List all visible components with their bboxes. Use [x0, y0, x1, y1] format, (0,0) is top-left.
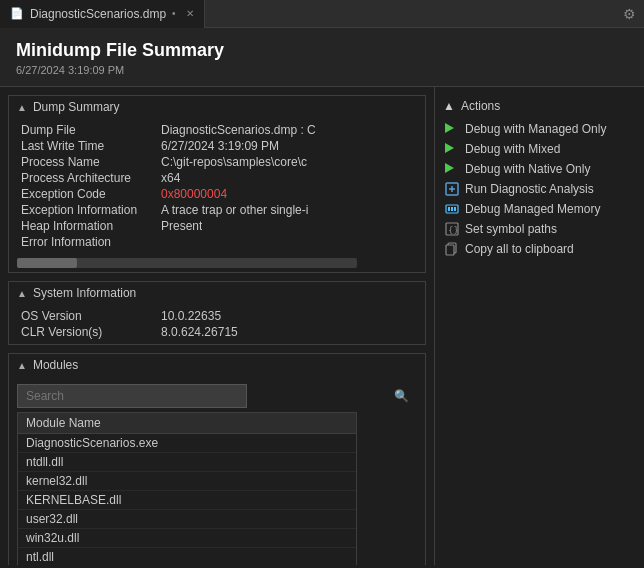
list-item[interactable]: user32.dll — [18, 510, 356, 529]
row-value: A trace trap or other single-i — [161, 203, 308, 217]
sysinfo-chevron-icon: ▲ — [17, 288, 27, 299]
play-icon — [445, 142, 459, 156]
actions-chevron-icon: ▲ — [443, 99, 455, 113]
row-label: Process Architecture — [21, 171, 161, 185]
row-value: 0x80000004 — [161, 187, 227, 201]
modules-chevron-icon: ▲ — [17, 360, 27, 371]
action-debug-managed-memory[interactable]: Debug Managed Memory — [435, 199, 644, 219]
row-label: OS Version — [21, 309, 161, 323]
row-label: Exception Information — [21, 203, 161, 217]
table-row: CLR Version(s) 8.0.624.26715 — [21, 324, 413, 340]
action-copy-to-clipboard[interactable]: Copy all to clipboard — [435, 239, 644, 259]
page-header: Minidump File Summary 6/27/2024 3:19:09 … — [0, 28, 644, 87]
symbol-icon: {} — [445, 222, 459, 236]
row-label: Heap Information — [21, 219, 161, 233]
search-input[interactable] — [17, 384, 247, 408]
row-label: Process Name — [21, 155, 161, 169]
table-row: Last Write Time 6/27/2024 3:19:09 PM — [21, 138, 413, 154]
table-row: Exception Code 0x80000004 — [21, 186, 413, 202]
action-label: Copy all to clipboard — [465, 242, 574, 256]
table-row: Process Architecture x64 — [21, 170, 413, 186]
left-panel: ▲ Dump Summary Dump File DiagnosticScena… — [0, 87, 434, 565]
row-label: Dump File — [21, 123, 161, 137]
dump-summary-table: Dump File DiagnosticScenarios.dmp : C La… — [9, 118, 425, 254]
play-icon — [445, 162, 459, 176]
row-label: Last Write Time — [21, 139, 161, 153]
action-debug-mixed[interactable]: Debug with Mixed — [435, 139, 644, 159]
page-title: Minidump File Summary — [16, 40, 628, 61]
table-row: Dump File DiagnosticScenarios.dmp : C — [21, 122, 413, 138]
action-label: Debug with Native Only — [465, 162, 590, 176]
dump-summary-section: ▲ Dump Summary Dump File DiagnosticScena… — [0, 95, 434, 273]
row-value: 6/27/2024 3:19:09 PM — [161, 139, 279, 153]
row-label: Error Information — [21, 235, 161, 249]
modules-header[interactable]: ▲ Modules — [9, 354, 425, 376]
svg-text:{}: {} — [448, 225, 459, 235]
tab-close-button[interactable]: ✕ — [186, 8, 194, 19]
page-subtitle: 6/27/2024 3:19:09 PM — [16, 64, 628, 76]
action-label: Run Diagnostic Analysis — [465, 182, 594, 196]
settings-button[interactable]: ⚙ — [615, 6, 644, 22]
horizontal-scrollbar[interactable] — [9, 254, 425, 272]
action-debug-managed-only[interactable]: Debug with Managed Only — [435, 119, 644, 139]
system-info-title: System Information — [33, 286, 136, 300]
table-row: Exception Information A trace trap or ot… — [21, 202, 413, 218]
modules-column-header: Module Name — [18, 413, 356, 434]
list-item[interactable]: win32u.dll — [18, 529, 356, 548]
system-info-header[interactable]: ▲ System Information — [9, 282, 425, 304]
dump-chevron-icon: ▲ — [17, 102, 27, 113]
action-set-symbol-paths[interactable]: {} Set symbol paths — [435, 219, 644, 239]
dump-summary-title: Dump Summary — [33, 100, 120, 114]
list-item[interactable]: KERNELBASE.dll — [18, 491, 356, 510]
svg-rect-10 — [446, 245, 454, 255]
right-panel: ▲ Actions Debug with Managed Only Debug … — [434, 87, 644, 565]
system-info-table: OS Version 10.0.22635 CLR Version(s) 8.0… — [9, 304, 425, 344]
search-icon: 🔍 — [394, 389, 409, 403]
row-label: Exception Code — [21, 187, 161, 201]
row-label: CLR Version(s) — [21, 325, 161, 339]
tab-pin-icon: • — [172, 8, 176, 19]
modules-section: ▲ Modules 🔍 Module Name DiagnosticScenar… — [0, 353, 434, 565]
action-label: Set symbol paths — [465, 222, 557, 236]
dump-summary-header[interactable]: ▲ Dump Summary — [9, 96, 425, 118]
diagnostic-icon — [445, 182, 459, 196]
tab-label: DiagnosticScenarios.dmp — [30, 7, 166, 21]
action-label: Debug with Mixed — [465, 142, 560, 156]
action-label: Debug with Managed Only — [465, 122, 606, 136]
file-icon: 📄 — [10, 7, 24, 20]
actions-title: Actions — [461, 99, 500, 113]
row-value: C:\git-repos\samples\core\c — [161, 155, 307, 169]
list-item[interactable]: DiagnosticScenarios.exe — [18, 434, 356, 453]
svg-rect-6 — [454, 207, 456, 211]
search-wrapper: 🔍 — [17, 384, 417, 408]
row-value: x64 — [161, 171, 180, 185]
list-item[interactable]: ntl.dll — [18, 548, 356, 565]
table-row: Process Name C:\git-repos\samples\core\c — [21, 154, 413, 170]
actions-header: ▲ Actions — [435, 87, 644, 119]
tab-bar: 📄 DiagnosticScenarios.dmp • ✕ ⚙ — [0, 0, 644, 28]
copy-icon — [445, 242, 459, 256]
svg-rect-4 — [448, 207, 450, 211]
modules-title: Modules — [33, 358, 78, 372]
action-label: Debug Managed Memory — [465, 202, 600, 216]
row-value: 10.0.22635 — [161, 309, 221, 323]
main-content: ▲ Dump Summary Dump File DiagnosticScena… — [0, 87, 644, 565]
play-icon — [445, 122, 459, 136]
system-information-section: ▲ System Information OS Version 10.0.226… — [0, 281, 434, 345]
action-debug-native-only[interactable]: Debug with Native Only — [435, 159, 644, 179]
file-tab[interactable]: 📄 DiagnosticScenarios.dmp • ✕ — [0, 0, 205, 28]
action-run-diagnostic[interactable]: Run Diagnostic Analysis — [435, 179, 644, 199]
row-value: 8.0.624.26715 — [161, 325, 238, 339]
modules-table: Module Name DiagnosticScenarios.exe ntdl… — [17, 412, 357, 565]
memory-icon — [445, 202, 459, 216]
list-item[interactable]: kernel32.dll — [18, 472, 356, 491]
svg-rect-5 — [451, 207, 453, 211]
list-item[interactable]: ntdll.dll — [18, 453, 356, 472]
modules-content: 🔍 Module Name DiagnosticScenarios.exe nt… — [9, 376, 425, 565]
table-row: OS Version 10.0.22635 — [21, 308, 413, 324]
table-row: Error Information — [21, 234, 413, 250]
table-row: Heap Information Present — [21, 218, 413, 234]
row-value: DiagnosticScenarios.dmp : C — [161, 123, 316, 137]
row-value: Present — [161, 219, 202, 233]
